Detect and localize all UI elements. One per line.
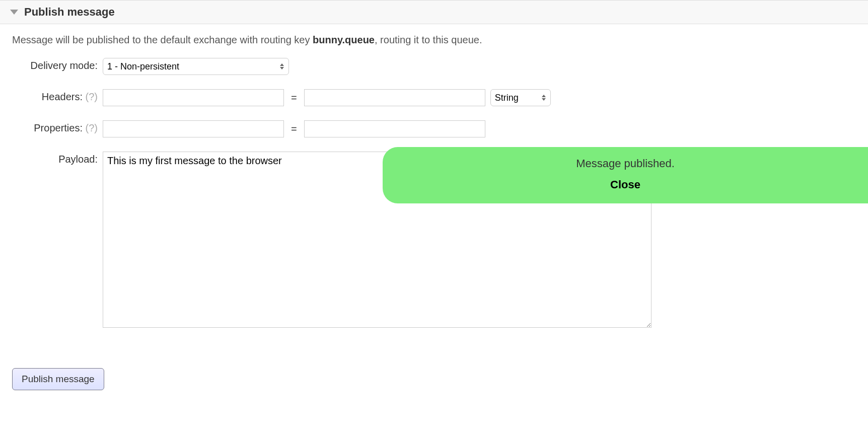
routing-key: bunny.queue: [313, 34, 375, 45]
properties-label: Properties: (?): [12, 120, 98, 134]
desc-suffix: , routing it to this queue.: [375, 34, 482, 45]
properties-key-input[interactable]: [103, 120, 284, 137]
headers-label: Headers: (?): [12, 89, 98, 103]
section-title: Publish message: [24, 6, 115, 19]
section-header[interactable]: Publish message: [0, 0, 868, 24]
equals-sign: =: [289, 123, 299, 135]
notification-message: Message published.: [576, 157, 675, 170]
properties-value-input[interactable]: [304, 120, 485, 137]
publish-button[interactable]: Publish message: [12, 368, 104, 390]
properties-row: Properties: (?) =: [12, 120, 856, 137]
headers-label-text: Headers:: [42, 91, 83, 102]
headers-type-select-wrap: String: [490, 89, 551, 106]
headers-type-select[interactable]: String: [490, 89, 551, 106]
delivery-mode-label: Delivery mode:: [12, 58, 98, 71]
publish-description: Message will be published to the default…: [12, 34, 856, 46]
properties-help-icon[interactable]: (?): [86, 122, 98, 133]
delivery-mode-select[interactable]: 1 - Non-persistent: [103, 58, 289, 75]
headers-help-icon[interactable]: (?): [86, 91, 98, 102]
delivery-mode-select-wrap: 1 - Non-persistent: [103, 58, 289, 75]
delivery-mode-row: Delivery mode: 1 - Non-persistent: [12, 58, 856, 75]
headers-row: Headers: (?) = String: [12, 89, 856, 106]
desc-prefix: Message will be published to the default…: [12, 34, 313, 45]
headers-value-input[interactable]: [304, 89, 485, 106]
properties-label-text: Properties:: [34, 122, 83, 133]
headers-key-input[interactable]: [103, 89, 284, 106]
notification-toast: Message published. Close: [383, 147, 868, 203]
close-button[interactable]: Close: [403, 178, 848, 191]
payload-label: Payload:: [12, 152, 98, 165]
equals-sign: =: [289, 92, 299, 104]
chevron-down-icon: [10, 10, 18, 15]
